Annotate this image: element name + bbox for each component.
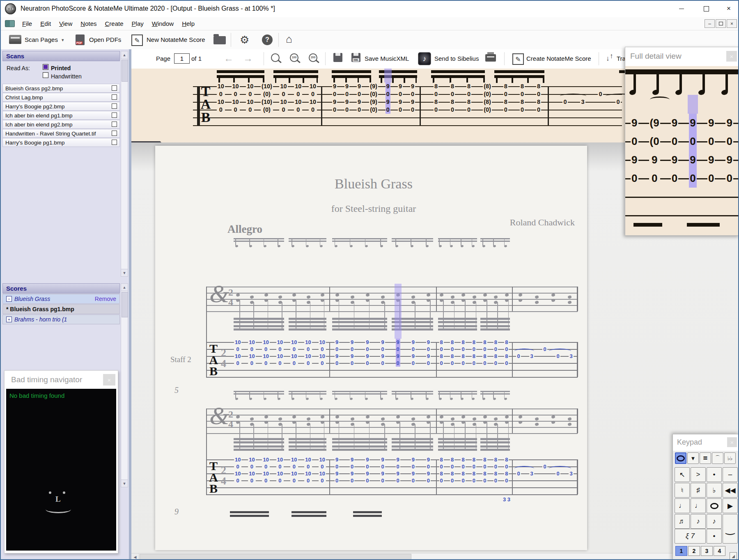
tab-column[interactable]: 9090 [396, 456, 400, 484]
tab-column[interactable]: 0 [615, 83, 620, 114]
keypad-page-4[interactable]: 4 [714, 546, 725, 556]
tab-column[interactable]: 8080 [439, 456, 444, 484]
tab-column[interactable]: 8080 [520, 83, 525, 114]
tab-column[interactable]: 9090 [707, 114, 715, 188]
tab-column[interactable]: 100100 [262, 456, 269, 484]
tab-column[interactable]: 100100 [234, 456, 241, 484]
tab-column[interactable]: 100100 [294, 83, 302, 114]
tab-column[interactable]: 9090 [380, 339, 385, 367]
new-notateme-button[interactable]: New NotateMe Score [147, 36, 205, 43]
tab-column[interactable]: 100100 [248, 339, 255, 367]
keypad-page-1[interactable]: 1 [675, 546, 687, 556]
tab-column[interactable]: 3 [569, 339, 573, 367]
close-icon[interactable]: × [727, 437, 737, 447]
tab-column[interactable]: 0 [562, 83, 567, 114]
tab-column[interactable]: 8080 [493, 339, 498, 367]
scan-file-row[interactable]: Harry's Boogie pg2.bmp [2, 102, 120, 111]
keypad-page-3[interactable]: 3 [701, 546, 713, 556]
tab-column[interactable]: 9090 [426, 339, 431, 367]
tab-column[interactable]: (9(090 [649, 114, 660, 188]
whole-note-tab[interactable] [675, 452, 686, 464]
horizontal-scrollbar[interactable]: ◀ ▶ ◢ [131, 553, 739, 560]
score-row[interactable]: * Blueish Grass pg1.bmp [2, 304, 120, 314]
new-notateme-icon[interactable]: ✎ [131, 34, 143, 46]
file-checkbox[interactable] [112, 140, 117, 145]
tab-column[interactable]: 8080 [450, 83, 455, 114]
tab-column[interactable]: 9090 [671, 114, 678, 188]
tab-column[interactable]: 100100 [304, 339, 312, 367]
tab-column[interactable]: 8080 [461, 339, 465, 367]
menu-help[interactable]: Help [178, 19, 199, 28]
scroll-down-icon[interactable]: ▼ [121, 480, 128, 487]
tab-column[interactable]: 9090 [350, 456, 354, 484]
remove-score-link[interactable]: Remove [95, 296, 116, 302]
scan-file-row[interactable]: Harry's Boogie pg1.bmp [2, 138, 120, 147]
score-row[interactable]: −Blueish GrassRemove [2, 294, 120, 304]
home-icon[interactable]: ⌂ [286, 34, 292, 44]
tab-column[interactable]: 100100 [248, 456, 255, 484]
tab-column[interactable]: 100100 [304, 456, 312, 484]
tab-column[interactable]: 0 [555, 456, 560, 484]
tab-column[interactable]: 9090 [335, 456, 339, 484]
accent-key[interactable]: > [691, 467, 706, 482]
zoom-200-icon[interactable]: 200 [309, 53, 317, 62]
open-folder-icon[interactable] [213, 36, 226, 44]
page-number-input[interactable]: 1 [174, 53, 190, 64]
scores-scrollbar[interactable]: ▲ ▼ [121, 283, 128, 487]
tab-column[interactable]: 100100 [232, 83, 240, 114]
print-icon[interactable] [485, 54, 496, 62]
previous-page-icon[interactable]: ← [224, 53, 234, 64]
scan-file-row[interactable]: Handwritten - Ravel String Quartet.tif [2, 129, 120, 138]
tab-column[interactable]: 9090 [411, 339, 415, 367]
full-detail-body[interactable]: 9090(9(0909090909090909090 [625, 66, 739, 235]
tab-column[interactable]: 0 [598, 83, 603, 114]
eighth-note-key[interactable]: ♪ [691, 514, 706, 529]
tab-column[interactable]: 100100 [319, 339, 326, 367]
tab-column[interactable]: 9090 [725, 114, 733, 188]
maximize-button[interactable] [696, 2, 716, 15]
file-checkbox[interactable] [112, 112, 117, 118]
transpose-button[interactable]: Tra [617, 55, 626, 62]
menu-edit[interactable]: Edit [36, 19, 55, 28]
tab-column[interactable]: 100100 [276, 456, 284, 484]
tab-column[interactable]: 9090 [631, 114, 638, 188]
tab-column[interactable]: 100100 [309, 83, 317, 114]
next-page-icon[interactable]: → [243, 53, 253, 64]
tab-column[interactable]: 0 [516, 456, 521, 484]
selected-tab-column[interactable]: 9090 [386, 83, 390, 114]
tab-column[interactable]: 3 [580, 83, 585, 114]
save-musicxml-icon[interactable]: XML [351, 53, 360, 62]
settings-gear-icon[interactable]: ⚙ [240, 34, 249, 45]
tab-column[interactable]: 8080 [504, 456, 509, 484]
pointer-key[interactable]: ↖ [675, 467, 690, 482]
tab-column[interactable]: 8080 [482, 456, 487, 484]
play-key[interactable]: ▶ [723, 498, 738, 513]
tab-column[interactable]: 3 [529, 456, 534, 484]
tab-column[interactable]: 9090 [350, 339, 354, 367]
scan-file-row[interactable]: Ich aber bin elend pg2.bmp [2, 120, 120, 129]
collapse-icon[interactable]: − [6, 296, 12, 302]
send-to-sibelius-button[interactable]: Send to Sibelius [434, 55, 479, 62]
score-row[interactable]: +Brahms - horn trio (1 [2, 314, 120, 324]
open-pdfs-icon[interactable] [76, 34, 85, 45]
tab-column[interactable]: 8080 [536, 83, 541, 114]
scan-pages-dropdown-icon[interactable]: ▾ [62, 37, 64, 43]
tab-column[interactable]: 100100 [319, 456, 326, 484]
tab-column[interactable]: 3 [569, 456, 573, 484]
printed-checkbox[interactable] [43, 64, 48, 70]
tab-column[interactable]: 0 [516, 339, 521, 367]
tab-column[interactable]: 9090 [335, 339, 339, 367]
tab-column[interactable]: 9090 [332, 83, 337, 114]
scans-scrollbar[interactable]: ▲ ▼ [121, 51, 128, 277]
file-checkbox[interactable] [112, 94, 117, 100]
minimize-button[interactable] [671, 2, 692, 15]
tab-column[interactable]: (9)(0)(9)(0) [369, 83, 378, 114]
tab-column[interactable]: 100100 [262, 339, 269, 367]
tab-column[interactable]: 9090 [398, 83, 403, 114]
open-pdfs-button[interactable]: Open PDFs [89, 36, 121, 43]
barline-tab[interactable]: 〓 [700, 452, 711, 464]
tab-column[interactable]: 100100 [279, 83, 287, 114]
zoom-icon[interactable] [271, 53, 280, 62]
tab-column[interactable]: 8080 [461, 456, 465, 484]
dot-key[interactable]: • [707, 467, 722, 482]
